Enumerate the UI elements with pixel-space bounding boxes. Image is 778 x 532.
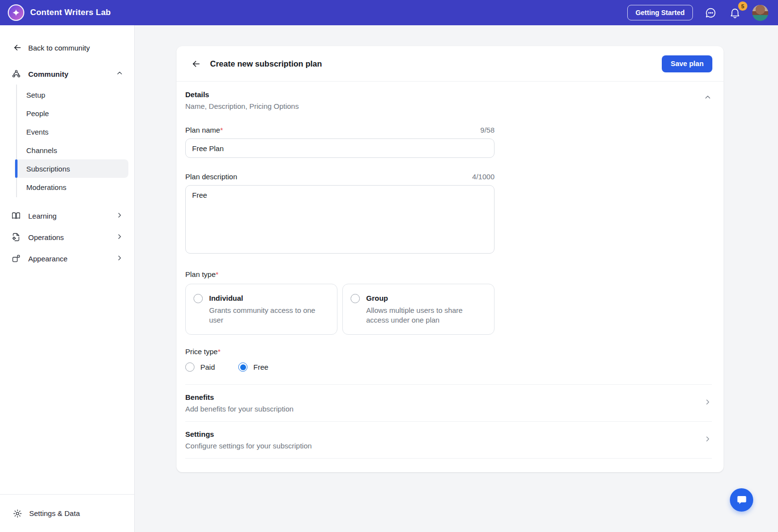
settings-and-data-link[interactable]: Settings & Data: [0, 494, 134, 532]
back-label: Back to community: [28, 44, 90, 52]
radio-unselected-icon[interactable]: [185, 362, 194, 372]
chevron-up-icon[interactable]: [704, 93, 712, 103]
layout-grid-icon: [11, 254, 21, 263]
plan-name-label: Plan name*: [185, 126, 223, 134]
plan-details-form: Plan name* 9/58 Plan description 4/1000: [185, 126, 495, 372]
chevron-right-icon: [116, 254, 124, 263]
radio-unselected-icon[interactable]: [351, 294, 360, 303]
brand-title: Content Writers Lab: [30, 8, 111, 17]
sidebar-group-appearance[interactable]: Appearance: [0, 248, 134, 269]
save-plan-button[interactable]: Save plan: [662, 55, 712, 72]
sidebar-group-operations[interactable]: Operations: [0, 226, 134, 248]
sidebar-item-channels[interactable]: Channels: [15, 141, 128, 159]
sidebar-group-community[interactable]: Community: [0, 63, 134, 85]
card-body: Details Name, Description, Pricing Optio…: [177, 82, 724, 472]
sidebar-item-people[interactable]: People: [15, 104, 128, 122]
required-asterisk: *: [218, 347, 221, 356]
benefits-section-header[interactable]: Benefits Add benefits for your subscript…: [185, 384, 712, 421]
sidebar-group-label: Operations: [28, 233, 64, 241]
topbar-actions: Getting Started: [627, 5, 768, 21]
book-icon: [11, 211, 21, 221]
plan-type-option-individual[interactable]: Individual Grants community access to on…: [185, 284, 337, 335]
required-asterisk: *: [216, 270, 219, 278]
price-type-option-paid[interactable]: Paid: [185, 362, 215, 372]
plan-type-options: Individual Grants community access to on…: [185, 284, 495, 335]
required-asterisk: *: [220, 126, 223, 134]
price-type-label: Price type*: [185, 347, 221, 356]
settings-title: Settings: [185, 430, 312, 438]
notifications-button[interactable]: 5: [728, 6, 742, 19]
sidebar-groups: Learning Operations: [0, 205, 134, 269]
messages-button[interactable]: [704, 6, 717, 19]
getting-started-button[interactable]: Getting Started: [627, 5, 693, 20]
sidebar-group-label: Community: [28, 70, 69, 78]
benefits-title: Benefits: [185, 393, 294, 401]
settings-section-header[interactable]: Settings Configure settings for your sub…: [185, 421, 712, 459]
back-to-community-link[interactable]: Back to community: [0, 39, 134, 56]
plan-description-textarea[interactable]: Free: [185, 185, 495, 254]
plan-name-counter: 9/58: [480, 126, 495, 134]
radio-unselected-icon[interactable]: [194, 294, 203, 303]
chevron-right-icon[interactable]: [704, 435, 712, 445]
chevron-up-icon: [116, 69, 124, 79]
card-header: Create new subscription plan Save plan: [177, 46, 724, 81]
main-content: Create new subscription plan Save plan D…: [135, 25, 778, 532]
community-icon: [11, 69, 21, 79]
plan-description-counter: 4/1000: [472, 172, 495, 181]
page-title: Create new subscription plan: [210, 59, 322, 69]
back-arrow-icon: [13, 43, 22, 52]
sidebar-group-learning[interactable]: Learning: [0, 205, 134, 226]
details-title: Details: [185, 90, 299, 99]
details-section-header[interactable]: Details Name, Description, Pricing Optio…: [185, 82, 712, 111]
sidebar-item-subscriptions[interactable]: Subscriptions: [15, 159, 128, 178]
chevron-right-icon: [116, 233, 124, 242]
document-gear-icon: [11, 232, 21, 242]
chat-widget-icon: [736, 494, 747, 506]
chat-widget-button[interactable]: [730, 488, 753, 512]
plan-type-label: Plan type*: [185, 270, 218, 278]
details-subtitle: Name, Description, Pricing Options: [185, 102, 299, 110]
sidebar: Back to community Community Setup: [0, 25, 135, 532]
price-type-option-label: Free: [253, 363, 268, 371]
sidebar-item-events[interactable]: Events: [15, 122, 128, 141]
plan-type-description: Grants community access to one user: [209, 306, 326, 326]
chat-bubble-icon: [705, 7, 717, 19]
plan-description-label: Plan description: [185, 172, 237, 181]
user-avatar[interactable]: [752, 5, 768, 21]
sidebar-group-label: Learning: [28, 212, 56, 220]
chevron-right-icon: [116, 211, 124, 221]
plan-type-title: Individual: [209, 294, 326, 302]
settings-subtitle: Configure settings for your subscription: [185, 442, 312, 450]
topbar: Content Writers Lab Getting Started: [0, 0, 778, 25]
plan-name-input[interactable]: [185, 138, 495, 158]
notification-count-badge: 5: [738, 1, 747, 11]
settings-and-data-label: Settings & Data: [29, 509, 80, 517]
sidebar-item-setup[interactable]: Setup: [15, 86, 128, 104]
plan-type-option-group[interactable]: Group Allows multiple users to share acc…: [342, 284, 495, 335]
subscription-plan-card: Create new subscription plan Save plan D…: [177, 46, 724, 472]
radio-selected-icon[interactable]: [238, 362, 248, 372]
back-button[interactable]: [189, 57, 203, 71]
price-type-options: Paid Free: [185, 362, 495, 372]
screen: Content Writers Lab Getting Started: [0, 0, 778, 532]
brand-logo-icon[interactable]: [8, 4, 24, 21]
gear-icon: [13, 509, 22, 518]
benefits-subtitle: Add benefits for your subscription: [185, 405, 294, 413]
sidebar-item-moderations[interactable]: Moderations: [15, 178, 128, 196]
community-subnav: Setup People Events Channels Subscriptio…: [0, 85, 134, 200]
price-type-option-label: Paid: [200, 363, 215, 371]
plan-type-description: Allows multiple users to share access un…: [366, 306, 483, 326]
chevron-right-icon[interactable]: [704, 398, 712, 408]
sidebar-group-label: Appearance: [28, 255, 68, 263]
plan-type-title: Group: [366, 294, 483, 302]
price-type-option-free[interactable]: Free: [238, 362, 268, 372]
